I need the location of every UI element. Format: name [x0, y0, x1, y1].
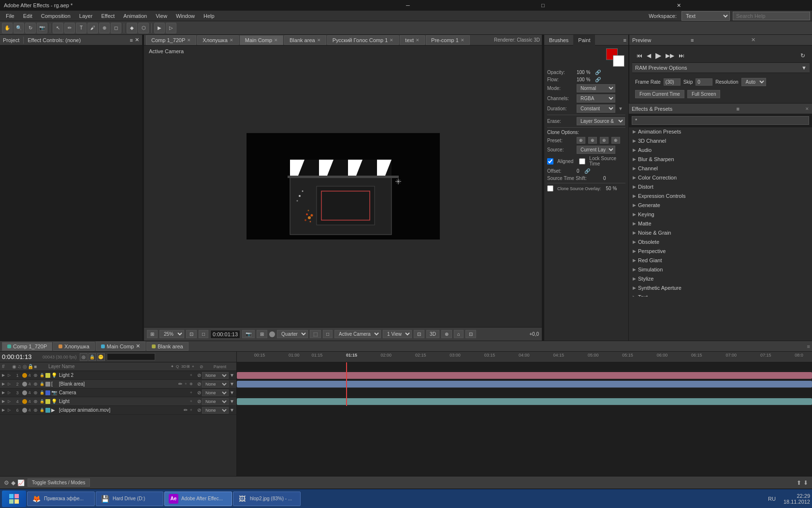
category-simulation[interactable]: ▶ Simulation [629, 265, 812, 274]
btn-comp-settings[interactable]: ⚙ [4, 479, 9, 486]
parent-dropdown[interactable]: ▼ [230, 399, 234, 404]
btn-ram-preview-play[interactable]: ▶▶ [664, 52, 676, 60]
layer-vis-2[interactable] [22, 382, 27, 387]
layer-audio-2[interactable]: ♫ [28, 382, 33, 386]
preset-btn4[interactable]: ⊕ [611, 137, 620, 144]
menu-help[interactable]: Help [200, 12, 218, 20]
tl-shy-btn[interactable]: 😶 [97, 353, 105, 361]
layer-expand-2[interactable]: ▶ [2, 382, 7, 386]
vc-info-btn[interactable]: □ [199, 330, 208, 338]
comp-tab-1[interactable]: Comp 1_720P ✕ [146, 35, 196, 45]
tab-paint[interactable]: Paint [573, 35, 595, 45]
tool-clone[interactable]: ⊕ [99, 23, 110, 33]
close-btn[interactable]: ✕ [677, 2, 808, 9]
comp-tab-text[interactable]: text ✕ [400, 35, 425, 45]
parent-select-1[interactable]: None [202, 372, 229, 379]
layer-name-3[interactable]: Camera [59, 390, 188, 395]
color-swatches[interactable] [606, 48, 625, 67]
aligned-checkbox[interactable] [547, 158, 553, 164]
btn-expand-timeline[interactable]: ⬆ [797, 479, 801, 486]
effect-controls-tab[interactable]: Effect Controls: (none) [28, 37, 130, 43]
tool-camera[interactable]: 📷 [37, 23, 47, 33]
layer-collapse-3[interactable]: ▷ [8, 390, 13, 395]
tl-current-time[interactable]: 0:00:01:13 [2, 353, 41, 360]
category-keying[interactable]: ▶ Keying [629, 210, 812, 219]
tool-text[interactable]: T [76, 23, 87, 33]
btn-play-stop[interactable]: ▶ [654, 50, 663, 60]
tl-lock-btn[interactable]: 🔒 [88, 353, 96, 361]
mode-select[interactable]: Normal [577, 84, 615, 92]
tl-solo-btn[interactable]: ◎ [80, 353, 87, 361]
tl-tab-hlopushka[interactable]: Хлопушка [53, 342, 94, 351]
layer-color-4[interactable] [45, 399, 50, 404]
vc-timecode[interactable]: 0:00:01:13 [210, 330, 240, 339]
layer-name-6[interactable]: [clapper animation.mov] [59, 407, 183, 413]
minimize-btn[interactable]: ─ [406, 2, 537, 9]
vc-safe-btn[interactable]: ⊡ [414, 330, 424, 338]
vc-grid-btn[interactable]: ⊞ [257, 330, 267, 338]
vc-motion-btn[interactable]: ⌂ [454, 330, 464, 338]
taskbar-app-explorer[interactable]: 💾 Hard Drive (D:) [96, 492, 163, 506]
parent-select-4[interactable]: None [202, 398, 229, 405]
layer-pencil-2[interactable]: ✏ [178, 381, 182, 387]
parent-select-3[interactable]: None [202, 389, 229, 396]
category-animation-presets[interactable]: ▶ Animation Presets [629, 127, 812, 136]
maximize-btn[interactable]: □ [541, 2, 673, 9]
preset-btn1[interactable]: ⊕ [577, 137, 585, 144]
tl-tab-close[interactable]: ✕ [136, 343, 140, 349]
parent-dropdown[interactable]: ▼ [230, 381, 234, 387]
menu-composition[interactable]: Composition [37, 12, 74, 20]
preview-menu[interactable]: ≡ [691, 37, 749, 43]
category-text[interactable]: ▶ Text [629, 293, 812, 297]
category-matte[interactable]: ▶ Matte [629, 219, 812, 228]
btn-go-start[interactable]: ⏮ [635, 52, 644, 60]
flow-chain[interactable]: 🔗 [595, 77, 601, 82]
comp-tab-main[interactable]: Main Comp ✕ [240, 35, 283, 45]
btn-ram-preview[interactable]: ▶ [154, 23, 165, 33]
erase-select[interactable]: Layer Source & Paint [577, 117, 625, 125]
layer-solo-6[interactable]: ◎ [34, 408, 39, 412]
menu-window[interactable]: Window [172, 12, 199, 20]
tool-select[interactable]: ↖ [53, 23, 63, 33]
layer-lock-4[interactable]: 🔒 [40, 399, 44, 403]
parent-dropdown[interactable]: ▼ [230, 390, 234, 395]
duration-select[interactable]: Constant [577, 105, 615, 113]
menu-layer[interactable]: Layer [75, 12, 97, 20]
full-screen-btn[interactable]: Full Screen [687, 90, 721, 98]
parent-dropdown[interactable]: ▼ [230, 373, 234, 378]
layer-expand-4[interactable]: ▶ [2, 399, 7, 403]
vc-transparent-btn[interactable]: ⬚ [310, 330, 321, 338]
effects-search-input[interactable] [632, 116, 809, 125]
panel-menu-paint[interactable]: ≡ [624, 37, 626, 43]
category-perspective[interactable]: ▶ Perspective [629, 247, 812, 256]
layer-name-4[interactable]: Light [59, 399, 188, 404]
vc-mode-btn[interactable]: □ [323, 330, 333, 338]
panel-menu-btn[interactable]: ≡ [130, 37, 133, 43]
layer-lock-2[interactable]: 🔒 [40, 382, 44, 386]
search-help-input[interactable] [733, 12, 810, 20]
vc-mask-btn[interactable]: ⊕ [441, 330, 452, 338]
start-button[interactable] [2, 491, 26, 507]
btn-collapse-timeline[interactable]: ⬇ [803, 479, 808, 486]
menu-edit[interactable]: Edit [19, 12, 36, 20]
layer-lock-3[interactable]: 🔒 [40, 390, 44, 395]
tool-rotate[interactable]: ↻ [25, 23, 36, 33]
taskbar-app-ae[interactable]: Ae Adobe After Effec... [164, 492, 232, 506]
btn-graph-editor[interactable]: 📈 [17, 479, 25, 486]
layer-solo-1[interactable]: ◎ [34, 373, 39, 377]
category-generate[interactable]: ▶ Generate [629, 201, 812, 210]
layer-color-2[interactable] [45, 382, 50, 387]
parent-dropdown[interactable]: ▼ [230, 407, 234, 413]
tool-zoom[interactable]: 🔍 [14, 23, 24, 33]
channels-select[interactable]: RGBA [577, 94, 615, 103]
workspace-select[interactable]: Text [682, 11, 730, 21]
btn-loop[interactable]: ↻ [799, 52, 807, 60]
menu-view[interactable]: View [152, 12, 171, 20]
category-expression-controls[interactable]: ▶ Expression Controls [629, 192, 812, 201]
clone-source-overlay-checkbox[interactable] [547, 185, 553, 192]
taskbar-app-photo[interactable]: 🖼 hlop2.jpg (83%) - ... [233, 492, 301, 506]
comp-tab-precomp[interactable]: Pre-comp 1 ✕ [426, 35, 470, 45]
tool-brush[interactable]: 🖌 [87, 23, 98, 33]
tl-search-input[interactable] [107, 353, 155, 360]
btn-play[interactable]: ▷ [166, 23, 176, 33]
